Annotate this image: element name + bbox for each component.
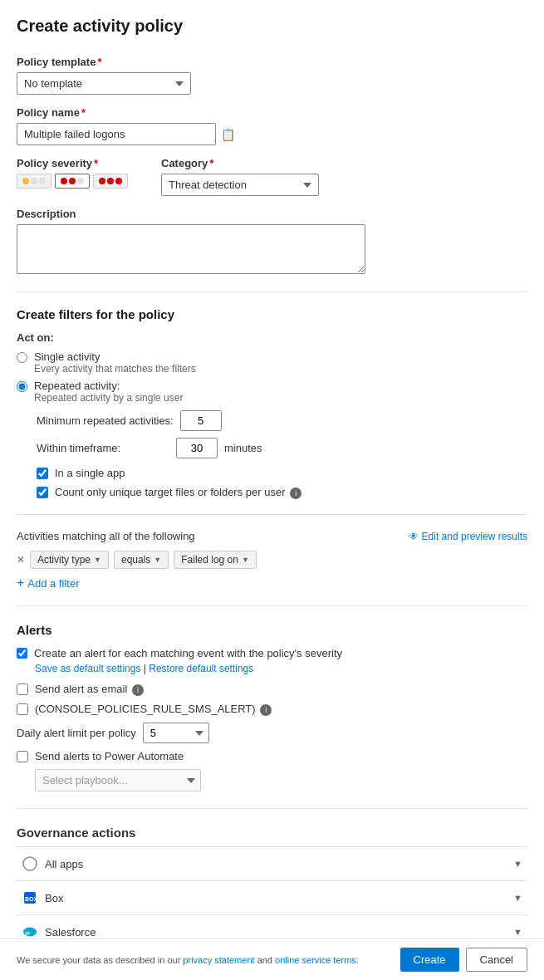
category-label: Category* bbox=[161, 157, 319, 169]
governance-title: Governance actions bbox=[17, 826, 527, 840]
footer-text: We secure your data as described in our … bbox=[17, 955, 359, 965]
daily-limit-select[interactable]: 5 1 2 10 20 50 bbox=[143, 723, 209, 743]
filter-field-pill[interactable]: Activity type ▼ bbox=[30, 551, 109, 569]
box-icon: BOX bbox=[22, 889, 38, 906]
main-alert-checkbox[interactable] bbox=[17, 648, 27, 659]
act-on-label: Act on: bbox=[17, 331, 527, 344]
single-activity-label: Single activity bbox=[34, 350, 196, 363]
salesforce-label: Salesforce bbox=[45, 926, 96, 938]
timeframe-unit: minutes bbox=[224, 442, 262, 454]
filters-section-title: Create filters for the policy bbox=[17, 307, 527, 321]
svg-text:SF: SF bbox=[25, 931, 32, 936]
playbook-select[interactable]: Select playbook... bbox=[35, 769, 201, 791]
sms-alert-label: (CONSOLE_POLICIES_RULE_SMS_ALERT) i bbox=[35, 703, 272, 716]
gov-box[interactable]: BOX Box ▼ bbox=[17, 880, 527, 914]
power-automate-checkbox[interactable] bbox=[17, 751, 28, 762]
severity-high-button[interactable] bbox=[93, 174, 128, 189]
save-default-link[interactable]: Save as default settings bbox=[35, 663, 140, 674]
main-alert-label: Create an alert for each matching event … bbox=[34, 647, 342, 659]
daily-limit-label: Daily alert limit per policy bbox=[17, 727, 136, 739]
repeated-activity-sublabel: Repeated activity by a single user bbox=[34, 392, 183, 404]
single-activity-radio[interactable] bbox=[17, 352, 27, 363]
description-textarea[interactable] bbox=[17, 224, 365, 274]
privacy-link[interactable]: privacy statement bbox=[183, 955, 254, 965]
send-email-label: Send alert as email i bbox=[35, 683, 144, 696]
policy-severity-label: Policy severity* bbox=[17, 157, 128, 169]
severity-medium-button[interactable] bbox=[55, 174, 90, 189]
min-repeated-label: Minimum repeated activities: bbox=[37, 414, 174, 427]
edit-preview-link[interactable]: 👁 Edit and preview results bbox=[409, 531, 527, 542]
count-unique-label: Count only unique target files or folder… bbox=[55, 486, 301, 499]
single-app-checkbox[interactable] bbox=[37, 468, 48, 479]
repeated-activity-label: Repeated activity: bbox=[34, 380, 183, 392]
page-title: Create activity policy bbox=[17, 17, 527, 36]
policy-name-label: Policy name* bbox=[17, 106, 527, 119]
eye-icon: 👁 bbox=[409, 531, 419, 542]
activities-matching-title: Activities matching all of the following bbox=[17, 530, 195, 542]
policy-template-label: Policy template* bbox=[17, 56, 527, 68]
restore-default-link[interactable]: Restore default settings bbox=[149, 663, 253, 674]
send-email-info-icon: i bbox=[132, 684, 144, 696]
count-unique-info-icon: i bbox=[290, 488, 301, 499]
svg-text:BOX: BOX bbox=[25, 896, 37, 902]
filter-close-button[interactable]: ✕ bbox=[17, 554, 25, 566]
salesforce-chevron: ▼ bbox=[513, 927, 522, 937]
alerts-title: Alerts bbox=[17, 623, 527, 637]
description-label: Description bbox=[17, 208, 527, 220]
cancel-button[interactable]: Cancel bbox=[466, 948, 527, 972]
create-button[interactable]: Create bbox=[400, 948, 459, 972]
gov-all-apps[interactable]: All apps ▼ bbox=[17, 846, 527, 880]
copy-icon[interactable]: 📋 bbox=[221, 128, 235, 141]
count-unique-checkbox[interactable] bbox=[37, 487, 48, 498]
sms-info-icon: i bbox=[260, 704, 272, 716]
all-apps-icon bbox=[22, 855, 38, 872]
all-apps-chevron: ▼ bbox=[513, 859, 522, 869]
repeated-activity-radio[interactable] bbox=[17, 381, 27, 392]
filter-operator-pill[interactable]: equals ▼ bbox=[114, 551, 169, 569]
policy-template-select[interactable]: No template bbox=[17, 72, 191, 95]
add-filter-button[interactable]: + Add a filter bbox=[17, 576, 527, 590]
svg-point-0 bbox=[23, 857, 37, 870]
filter-value-pill[interactable]: Failed log on ▼ bbox=[174, 551, 257, 569]
all-apps-label: All apps bbox=[45, 858, 83, 870]
timeframe-input[interactable] bbox=[176, 438, 218, 458]
terms-link[interactable]: online service terms bbox=[275, 955, 356, 965]
sms-alert-checkbox[interactable] bbox=[17, 703, 28, 715]
single-activity-sublabel: Every activity that matches the filters bbox=[34, 363, 196, 375]
policy-name-input[interactable] bbox=[17, 123, 216, 145]
category-select[interactable]: Threat detection bbox=[161, 174, 319, 196]
min-repeated-input[interactable] bbox=[180, 410, 222, 431]
alerts-default-links: Save as default settings | Restore defau… bbox=[35, 663, 527, 674]
box-label: Box bbox=[45, 892, 63, 904]
single-app-label: In a single app bbox=[55, 467, 125, 479]
send-email-checkbox[interactable] bbox=[17, 684, 28, 695]
severity-low-button[interactable] bbox=[17, 174, 51, 189]
box-chevron: ▼ bbox=[513, 893, 522, 903]
footer-bar: We secure your data as described in our … bbox=[0, 938, 544, 980]
salesforce-icon: SF bbox=[22, 924, 38, 940]
power-automate-label: Send alerts to Power Automate bbox=[35, 750, 184, 762]
within-timeframe-label: Within timeframe: bbox=[37, 442, 169, 454]
